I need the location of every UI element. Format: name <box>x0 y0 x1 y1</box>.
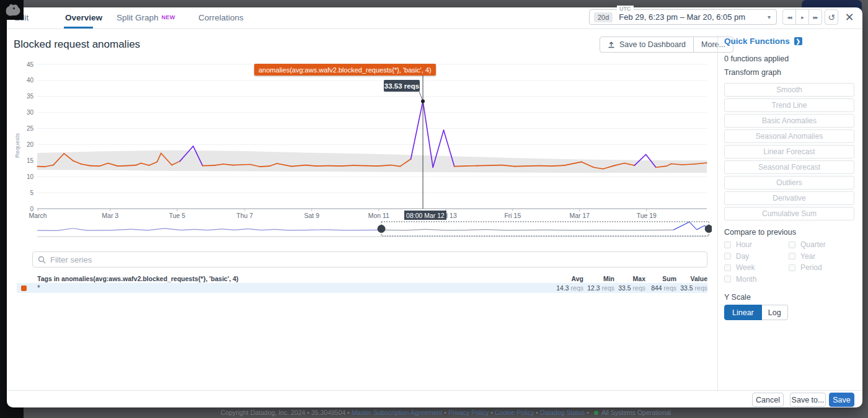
anomaly-band <box>37 150 707 173</box>
save-to-dashboard-button[interactable]: Save to Dashboard <box>600 37 694 53</box>
series-tag: * <box>37 284 40 292</box>
column-avg[interactable]: Avg <box>552 275 583 282</box>
table-row[interactable]: * 14.3 reqs12.3 reqs33.5 reqs844 reqs33.… <box>17 283 707 293</box>
save-group: Save to Dashboard More... <box>600 37 733 53</box>
checkbox-period[interactable]: Period <box>789 263 822 272</box>
series-line-segment <box>329 166 342 167</box>
series-line-segment <box>232 165 242 165</box>
forward-button[interactable]: ▸▸ <box>808 9 822 25</box>
minimap-segment <box>405 229 425 230</box>
play-button[interactable]: ▸ <box>795 9 809 25</box>
yscale-linear-button[interactable]: Linear <box>724 305 762 320</box>
copyright-text: Copyright Datadog, Inc. 2024 • 35.304950… <box>221 409 346 416</box>
tab-correlations[interactable]: Correlations <box>198 13 244 22</box>
checkbox-icon <box>724 264 731 271</box>
minimap-segment <box>208 229 221 230</box>
new-badge: NEW <box>162 14 175 20</box>
footer-link[interactable]: Datadog Status <box>540 409 585 416</box>
column-value[interactable]: Value <box>676 275 707 282</box>
series-values: 14.3 reqs12.3 reqs33.5 reqs844 reqs33.5 … <box>552 284 707 292</box>
series-line-segment <box>37 167 45 167</box>
series-line-segment <box>203 165 214 166</box>
tooltip-value: 33.53 reqs <box>384 80 420 92</box>
brush-handle-left[interactable] <box>378 225 386 233</box>
timeseries-chart[interactable]: 051015202530354045RequestsMarchMar 3Tue … <box>14 59 712 240</box>
transform-smooth[interactable]: Smooth <box>724 83 854 97</box>
series-line-segment <box>526 166 539 167</box>
yscale-log-button[interactable]: Log <box>762 305 788 320</box>
brush-selection[interactable] <box>381 222 709 236</box>
y-tick-label: 0 <box>30 206 33 212</box>
checkbox-month[interactable]: Month <box>724 275 756 284</box>
minimap-segment <box>221 229 235 230</box>
reset-zoom-button[interactable]: ↺ <box>825 9 838 25</box>
status-dot-icon <box>594 411 598 415</box>
x-tick-label: Thu 7 <box>236 212 253 219</box>
cancel-button[interactable]: Cancel <box>752 393 784 407</box>
screen: Copyright Datadog, Inc. 2024 • 35.304950… <box>0 0 868 418</box>
save-to-button[interactable]: Save to... <box>790 393 826 407</box>
minimap-segment <box>248 229 262 230</box>
minimap-segment <box>131 229 148 230</box>
transform-seasonal-anomalies[interactable]: Seasonal Anomalies <box>724 129 854 143</box>
rewind-button[interactable]: ◂◂ <box>782 9 796 25</box>
transform-button-list: SmoothTrend LineBasic AnomaliesSeasonal … <box>724 83 854 220</box>
transform-trend-line[interactable]: Trend Line <box>724 98 854 112</box>
transform-outliers[interactable]: Outliers <box>724 176 854 189</box>
transform-derivative[interactable]: Derivative <box>724 191 854 205</box>
series-line-segment <box>490 165 502 166</box>
minimap-segment <box>325 230 345 230</box>
column-sum[interactable]: Sum <box>645 275 676 282</box>
y-tick-label: 30 <box>27 109 34 116</box>
checkbox-hour[interactable]: Hour <box>724 240 752 249</box>
transform-basic-anomalies[interactable]: Basic Anomalies <box>724 114 854 128</box>
brush-handle-right[interactable] <box>705 225 712 233</box>
column-max[interactable]: Max <box>614 275 645 282</box>
y-axis-label: Requests <box>14 133 20 158</box>
cursor-time-label: 08:00 Mar 12 <box>404 211 446 220</box>
minimap-segment <box>425 229 445 230</box>
series-line-segment <box>118 166 127 167</box>
graph-editor-modal: Edit Overview Split GraphNEW Correlation… <box>7 7 862 407</box>
tab-split-graph[interactable]: Split GraphNEW <box>117 13 175 22</box>
x-tick-label: Tue 19 <box>637 212 657 219</box>
transform-seasonal-forecast[interactable]: Seasonal Forecast <box>724 160 854 174</box>
y-tick-label: 35 <box>27 93 34 100</box>
y-tick-label: 40 <box>27 77 34 84</box>
filter-series-input[interactable] <box>50 255 681 264</box>
footer-link[interactable]: Cookie Policy <box>495 409 534 416</box>
series-line-segment <box>353 165 366 166</box>
footer-link[interactable]: Privacy Policy <box>448 409 489 416</box>
chevron-down-icon: ▾ <box>768 14 771 20</box>
tab-overview[interactable]: Overview <box>65 13 102 22</box>
checkbox-quarter[interactable]: Quarter <box>789 240 826 249</box>
series-line-segment <box>316 166 328 167</box>
y-tick-label: 5 <box>30 189 33 196</box>
checkbox-day[interactable]: Day <box>724 252 749 261</box>
transform-cumulative-sum[interactable]: Cumulative Sum <box>724 207 854 220</box>
datadog-dog-icon <box>3 2 20 18</box>
x-tick-label: Tue 5 <box>169 212 185 219</box>
column-min[interactable]: Min <box>583 275 614 282</box>
y-tick-label: 45 <box>27 61 34 68</box>
checkbox-year[interactable]: Year <box>789 252 815 261</box>
transform-linear-forecast[interactable]: Linear Forecast <box>724 145 854 159</box>
x-tick-label: Sat 9 <box>304 212 320 219</box>
close-icon[interactable]: ✕ <box>841 9 857 25</box>
checkbox-week[interactable]: Week <box>724 263 755 272</box>
footer-link[interactable]: Master Subscription Agreement <box>352 409 443 416</box>
minimap-segment <box>235 229 249 230</box>
y-tick-label: 15 <box>27 157 34 164</box>
x-tick-label: Mon 11 <box>368 212 389 219</box>
time-range-selector[interactable]: UTC 20d Feb 29, 6:23 pm – Mar 20, 6:05 p… <box>589 9 777 25</box>
tooltip-query: anomalies(avg:aws.wafv2.blocked_requests… <box>254 64 436 76</box>
app-footer: Copyright Datadog, Inc. 2024 • 35.304950… <box>24 409 868 416</box>
minimap-segment <box>57 229 73 231</box>
minimap-segment <box>148 229 164 230</box>
quick-functions-link[interactable]: Quick Functions ❯ <box>724 37 802 46</box>
table-column-headers: AvgMinMaxSumValue <box>552 275 707 282</box>
checkbox-icon <box>724 253 731 259</box>
save-button[interactable]: Save <box>829 393 854 407</box>
anomaly-segment <box>411 101 423 159</box>
checkbox-icon <box>789 264 795 271</box>
